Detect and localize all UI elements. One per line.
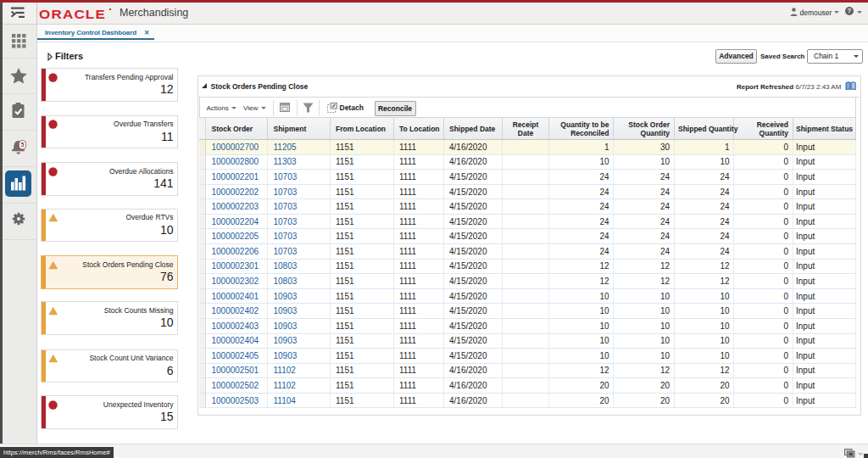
svg-text:5: 5 [21, 142, 25, 148]
